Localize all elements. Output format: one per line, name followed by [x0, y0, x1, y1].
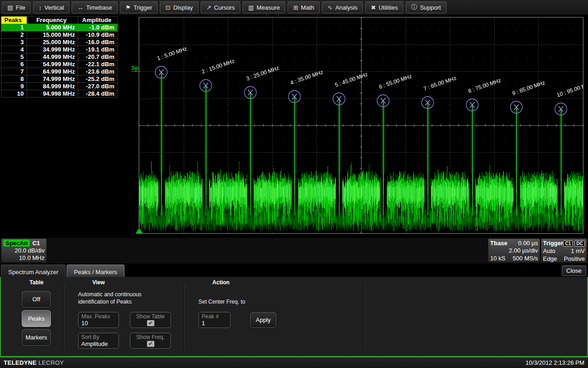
table-cell: 3 [1, 39, 27, 46]
table-cell: 34.999 MHz [27, 46, 78, 53]
timebase-descriptor[interactable]: Tbase 0.00 µs 2.00 µs/div 10 kS 500 MS/s [488, 239, 540, 262]
table-row[interactable]: 15.000 MHz-1.0 dBm [1, 24, 118, 31]
table-row[interactable]: 874.999 MHz-25.2 dBm [1, 75, 118, 83]
table-cell: -25.2 dBm [78, 75, 118, 83]
menu-label: Measure [257, 4, 280, 11]
section-divider [364, 284, 365, 351]
peak-number-field[interactable]: Peak # 1 [198, 312, 231, 328]
menu-button-display[interactable]: ⊡Display [160, 1, 198, 13]
menu-label: Math [301, 4, 314, 11]
table-cell: -28.4 dBm [78, 90, 118, 98]
tbase-scale: 2.00 µs/div [490, 247, 538, 254]
show-freq-checkbox[interactable]: Show Freq. ✔ [130, 333, 171, 349]
menu-button-measure[interactable]: ▥Measure [243, 1, 285, 13]
menu-button-math[interactable]: ⊞Math [288, 1, 320, 13]
tab-peaks-markers[interactable]: Peaks / Markers [67, 264, 124, 277]
peak-number-value: 1 [202, 320, 227, 327]
section-divider [63, 284, 64, 351]
table-cell: 4 [1, 46, 27, 53]
sort-by-field[interactable]: Sort By Amplitude [78, 333, 119, 349]
apply-button[interactable]: Apply [250, 312, 277, 328]
menu-button-utilities[interactable]: ✖Utilities [365, 1, 403, 13]
table-mode-peaks-button[interactable]: Peaks [22, 310, 51, 327]
check-icon: ✔ [147, 320, 154, 326]
table-row[interactable]: 544.999 MHz-20.7 dBm [1, 53, 118, 61]
show-table-checkbox[interactable]: Show Table ✔ [130, 312, 171, 328]
menu-label: Trigger [134, 4, 153, 11]
menu-label: Analysis [335, 4, 357, 11]
table-cell: 54.999 MHz [27, 61, 78, 68]
table-row[interactable]: 654.999 MHz-22.1 dBm [1, 61, 118, 68]
calculator-icon: ⊞ [293, 4, 298, 11]
table-row[interactable]: 764.999 MHz-23.6 dBm [1, 68, 118, 75]
table-mode-off-button[interactable]: Off [22, 291, 51, 308]
tbase-offset: 0.00 µs [518, 240, 538, 247]
max-peaks-field[interactable]: Max. Peaks 10 [78, 312, 119, 328]
specan-badge: SpecAn [3, 240, 30, 247]
monitor-icon: ⊡ [165, 4, 170, 11]
tbase-rate: 500 MS/s [513, 255, 538, 262]
table-cell: 64.999 MHz [27, 68, 78, 75]
table-row[interactable]: 1094.998 MHz-28.4 dBm [1, 90, 118, 98]
teledyne-lecroy-logo: TELEDYNELECROY [4, 359, 64, 366]
table-cell: -1.0 dBm [78, 24, 118, 31]
trigger-source-badge: C1 [563, 241, 573, 247]
table-cell: 84.999 MHz [27, 83, 78, 90]
check-icon: ✔ [147, 341, 154, 347]
column-header-peaks: Peaks [1, 17, 27, 24]
spectrum-canvas[interactable] [139, 17, 583, 233]
sort-by-value: Amplitude [81, 340, 116, 347]
table-cell: 2 [1, 31, 27, 39]
menu-label: Utilities [379, 4, 398, 11]
menu-button-cursors[interactable]: ↗Cursors [201, 1, 240, 13]
peaks-table: PeaksFrequencyAmplitude 15.000 MHz-1.0 d… [1, 16, 118, 98]
footer-bar: TELEDYNELECROY 10/3/2012 2:13:26 PM [0, 357, 588, 368]
tbase-label: Tbase [490, 240, 508, 247]
menu-bar: ▤File↕Vertical↔Timebase⚑Trigger⊡Display↗… [0, 0, 588, 15]
table-cell: 5.000 MHz [27, 24, 78, 31]
table-cell: -10.9 dBm [78, 31, 118, 39]
max-peaks-value: 10 [81, 320, 116, 327]
menu-label: Support [420, 4, 441, 11]
section-title-table: Table [10, 279, 63, 286]
file-icon: ▤ [7, 4, 13, 11]
oscilloscope-screen: ▤File↕Vertical↔Timebase⚑Trigger⊡Display↗… [0, 0, 588, 368]
dialog-tab-bar: Spectrum AnalyzerPeaks / MarkersClose [0, 264, 588, 277]
specan-channel: C1 [32, 240, 40, 247]
column-header-frequency: Frequency [27, 17, 78, 24]
trigger-position-marker [136, 228, 143, 234]
tools-icon: ✖ [371, 4, 376, 11]
specan-descriptor[interactable]: SpecAn C1 20.0 dB/div 10.0 MHz [1, 239, 46, 262]
menu-button-vertical[interactable]: ↕Vertical [33, 1, 69, 13]
tab-spectrum-analyzer[interactable]: Spectrum Analyzer [1, 264, 66, 277]
menu-button-timebase[interactable]: ↔Timebase [72, 1, 118, 13]
vertical-arrows-icon: ↕ [39, 4, 42, 11]
close-button[interactable]: Close [562, 265, 586, 276]
table-cell: -23.6 dBm [78, 68, 118, 75]
section-title-action: Action [194, 279, 248, 286]
table-cell: 44.999 MHz [27, 53, 78, 61]
table-row[interactable]: 434.999 MHz-19.1 dBm [1, 46, 118, 53]
trigger-type: Edge [543, 255, 557, 263]
table-row[interactable]: 984.999 MHz-27.0 dBm [1, 83, 118, 90]
spectrum-plot[interactable]: 1 : 5.00 MHz2 : 15.00 MHz3 : 25.00 MHz4 … [139, 17, 583, 234]
table-row[interactable]: 325.000 MHz-16.0 dBm [1, 39, 118, 46]
trigger-level: 1 mV [571, 247, 585, 255]
table-mode-markers-button[interactable]: Markers [22, 329, 51, 346]
table-row[interactable]: 215.000 MHz-10.9 dBm [1, 31, 118, 39]
menu-button-trigger[interactable]: ⚑Trigger [120, 1, 158, 13]
menu-label: Vertical [45, 4, 64, 11]
table-cell: 74.999 MHz [27, 75, 78, 83]
table-cell: 8 [1, 75, 27, 83]
flag-icon: ⚑ [125, 4, 131, 11]
trace-label: Sp. [131, 65, 141, 72]
peaks-markers-panel: Table View Action OffPeaksMarkers Automa… [0, 277, 588, 357]
menu-button-file[interactable]: ▤File [2, 1, 31, 13]
table-cell: 10 [1, 90, 27, 98]
table-cell: 5 [1, 53, 27, 61]
trigger-descriptor[interactable]: Trigger C1 DC Auto 1 mV Edge Positive [541, 239, 587, 262]
trigger-label: Trigger [543, 240, 563, 247]
menu-button-support[interactable]: ⓘSupport [406, 1, 447, 13]
menu-button-analysis[interactable]: ∿Analysis [322, 1, 363, 13]
waveform-chart-icon: ∿ [328, 4, 333, 11]
